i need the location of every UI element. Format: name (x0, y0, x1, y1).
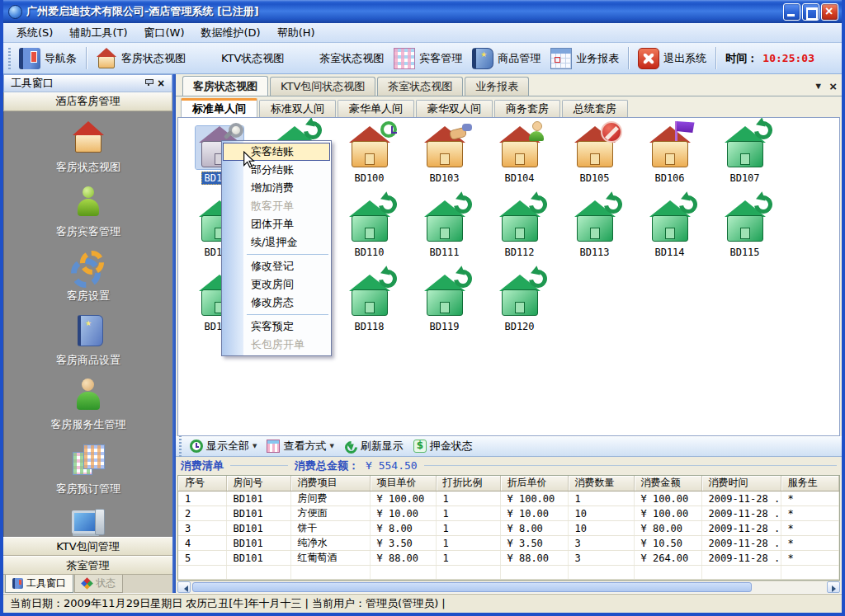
room-item[interactable]: BD107 (707, 126, 782, 200)
doc-tab[interactable]: 茶室状态视图 (377, 77, 463, 96)
sidebar-bottom-tab[interactable]: 状态 (74, 575, 123, 593)
sidebar-group-header[interactable]: 茶室管理 (3, 556, 172, 575)
column-header[interactable]: 序号 (178, 476, 226, 491)
consumption-row[interactable]: 5 BD101 红葡萄酒 ¥ 88.00 1 ¥ 88.00 3 ¥ 264.0… (178, 551, 839, 566)
room-item[interactable]: BD105 (557, 126, 632, 200)
empty-row (178, 566, 839, 580)
menu-item[interactable]: 系统(S) (8, 23, 61, 42)
sidebar-item[interactable]: 客房状态视图 (26, 121, 150, 175)
room-item[interactable]: BD104 (482, 126, 557, 200)
room-type-tabs: 标准单人间 标准双人间 豪华单人间 豪华双人间 商务套房 (176, 96, 842, 117)
room-item[interactable]: BD106 (632, 126, 707, 200)
context-menu-item[interactable]: 长包房开单 (222, 336, 331, 354)
context-menu-item[interactable]: 增加消费 (222, 179, 331, 197)
room-label: BD107 (707, 172, 782, 184)
room-item[interactable]: BD118 (332, 275, 407, 349)
scroll-left-icon[interactable] (177, 581, 191, 593)
sidebar-item[interactable]: 客房服务生管理 (26, 379, 150, 432)
context-menu-item[interactable]: 修改房态 (222, 294, 331, 312)
room-type-tab[interactable]: 总统套房 (562, 100, 628, 117)
sidebar-bottom-tab[interactable]: 工具窗口 (5, 575, 73, 593)
column-header[interactable]: 房间号 (226, 476, 290, 491)
column-header[interactable]: 消费时间 (701, 476, 781, 491)
toolbar-button[interactable]: 退出系统 (633, 45, 711, 72)
room-status-badge-icon (674, 121, 696, 143)
room-type-tab[interactable]: 标准单人间 (181, 98, 257, 117)
scrollbar-track[interactable] (191, 581, 827, 593)
close-icon[interactable] (155, 78, 168, 90)
room-item[interactable]: BD100 (332, 126, 407, 200)
minimize-button[interactable] (783, 3, 800, 21)
room-type-tab[interactable]: 豪华双人间 (416, 100, 493, 117)
column-header[interactable]: 消费项目 (290, 476, 370, 491)
toolbar-grip-handle[interactable] (179, 435, 182, 457)
sidebar-item[interactable]: 客房其他款项登记 (26, 507, 150, 537)
context-menu-item[interactable]: 宾客结账 (223, 143, 330, 161)
title-bar: 广州爱启迪技术有限公司-酒店管理系统 [已注册] (3, 0, 842, 23)
room-item[interactable]: BD103 (407, 126, 482, 200)
room-status-icon (421, 200, 469, 243)
close-button[interactable] (821, 3, 838, 21)
room-status-icon (571, 200, 619, 243)
room-type-tab[interactable]: 豪华单人间 (338, 100, 414, 117)
column-header[interactable]: 消费数量 (568, 476, 634, 491)
toolbar-button[interactable]: KTV状态视图 (191, 45, 289, 72)
toolbar-button[interactable]: 宾客管理 (389, 45, 467, 72)
consumption-row[interactable]: 2 BD101 方便面 ¥ 10.00 1 ¥ 10.00 10 ¥ 100.0… (178, 506, 839, 521)
sidebar-group-hotel-rooms[interactable]: 酒店客房管理 (3, 92, 172, 111)
toolbar-grip-handle[interactable] (8, 48, 11, 69)
tab-close-icon[interactable]: × (829, 80, 837, 92)
context-menu-item[interactable]: 部分结账 (222, 161, 331, 179)
consumption-row[interactable]: 4 BD101 纯净水 ¥ 3.50 1 ¥ 3.50 3 ¥ 10.50 20… (178, 536, 839, 551)
context-menu-item[interactable]: 团体开单 (222, 215, 331, 233)
room-item[interactable]: BD111 (407, 200, 482, 275)
column-header[interactable]: 打折比例 (436, 476, 500, 491)
sidebar-item[interactable]: 客房预订管理 (26, 443, 150, 496)
sidebar-item[interactable]: 客房商品设置 (26, 314, 150, 368)
toolbar-button[interactable]: 导航条 (14, 45, 82, 72)
scroll-right-icon[interactable] (827, 581, 840, 593)
view-toolbar-button[interactable]: 显示全部 ▼ (185, 437, 262, 455)
doc-tab[interactable]: 业务报表 (465, 77, 529, 96)
room-type-tab[interactable]: 商务套房 (494, 100, 560, 117)
pin-icon[interactable] (142, 78, 155, 90)
doc-tab[interactable]: KTV包间状态视图 (270, 77, 375, 96)
column-header[interactable]: 项目单价 (370, 476, 436, 491)
context-menu-item[interactable]: 宾客预定 (222, 317, 331, 336)
room-type-tab[interactable]: 标准双人间 (259, 100, 336, 117)
context-menu-item[interactable]: 散客开单 (222, 197, 331, 215)
column-header[interactable]: 消费金额 (634, 476, 701, 491)
room-item[interactable]: BD115 (707, 200, 782, 275)
menu-item[interactable]: 窗口(W) (136, 23, 193, 42)
menu-item[interactable]: 帮助(H) (269, 23, 323, 42)
sidebar-group-header[interactable]: KTV包间管理 (3, 537, 172, 556)
toolbar-button[interactable]: 业务报表 (545, 45, 624, 72)
scrollbar-thumb[interactable] (192, 582, 752, 592)
doc-tab[interactable]: 客房状态视图 (182, 76, 268, 96)
column-header[interactable]: 折后单价 (500, 476, 568, 491)
tab-scroll-down-icon[interactable]: ▼ (814, 82, 823, 91)
room-item[interactable]: BD114 (632, 200, 707, 275)
context-menu-item[interactable]: 续/退押金 (222, 233, 331, 252)
room-item[interactable]: BD119 (407, 275, 482, 349)
context-menu-item[interactable]: 更改房间 (222, 275, 331, 294)
view-toolbar-button[interactable]: 押金状态 ▼ (408, 437, 478, 455)
room-item[interactable]: BD110 (332, 200, 407, 275)
toolbar-button[interactable]: 茶室状态视图 (289, 45, 389, 72)
consumption-row[interactable]: 3 BD101 饼干 ¥ 8.00 1 ¥ 8.00 10 ¥ 80.00 20… (178, 521, 839, 536)
room-item[interactable]: BD113 (557, 200, 632, 275)
menu-item[interactable]: 辅助工具(T) (61, 23, 135, 42)
room-item[interactable]: BD120 (482, 275, 557, 349)
view-toolbar-button[interactable]: 查看方式 ▼ (262, 437, 338, 455)
menu-item[interactable]: 数据维护(D) (193, 23, 269, 42)
room-item[interactable]: BD112 (482, 200, 557, 275)
context-menu-item[interactable]: 修改登记 (222, 257, 331, 275)
consumption-row[interactable]: 1 BD101 房间费 ¥ 100.00 1 ¥ 100.00 1 ¥ 100.… (178, 491, 839, 506)
sidebar-item[interactable]: 客房宾客管理 (26, 186, 150, 239)
toolbar-button[interactable]: 商品管理 (467, 45, 545, 72)
maximize-button[interactable] (802, 3, 819, 21)
column-header[interactable]: 服务生 (781, 476, 839, 491)
toolbar-button[interactable]: 客房状态视图 (91, 45, 191, 72)
sidebar-item[interactable]: 客房设置 (26, 250, 150, 303)
view-toolbar-button[interactable]: 刷新显示 ▼ (339, 437, 408, 455)
